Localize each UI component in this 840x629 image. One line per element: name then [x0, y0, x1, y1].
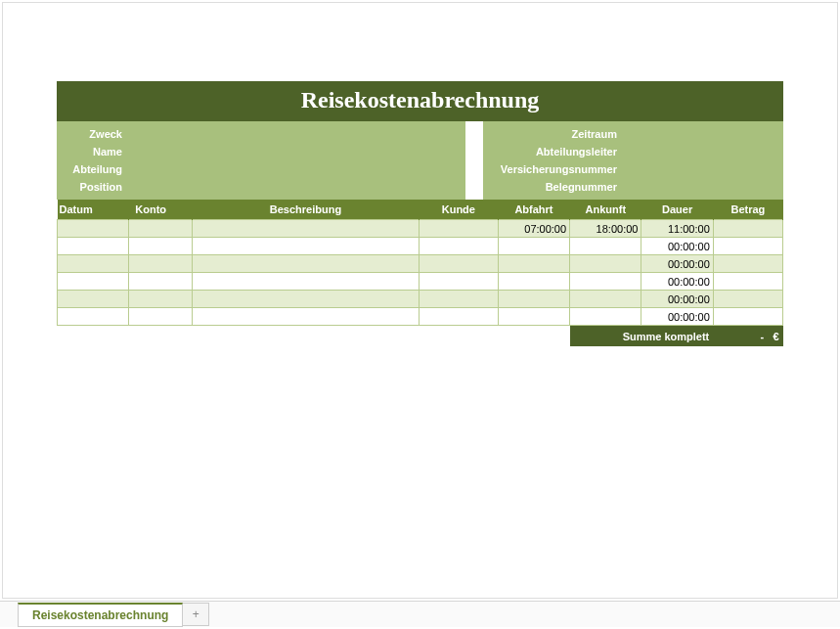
cell-datum[interactable]: [58, 220, 129, 238]
label-zeitraum: Zeitraum: [487, 125, 619, 143]
add-sheet-button[interactable]: +: [183, 603, 209, 626]
cell-konto[interactable]: [129, 273, 193, 291]
label-abteilung: Abteilung: [61, 160, 124, 178]
cell-betrag[interactable]: [713, 273, 782, 291]
cell-beschreibung[interactable]: [193, 291, 420, 308]
cell-betrag[interactable]: [713, 308, 782, 326]
cell-kunde[interactable]: [419, 308, 498, 326]
total-row: Summe komplett - €: [58, 326, 783, 347]
cell-beschreibung[interactable]: [193, 220, 420, 238]
info-left-values[interactable]: [128, 121, 465, 200]
cell-betrag[interactable]: [713, 291, 782, 308]
value-zweck[interactable]: [128, 121, 465, 140]
cell-abfahrt[interactable]: 07:00:00: [498, 220, 569, 238]
info-left-labels: Zweck Name Abteilung Position: [57, 121, 128, 200]
cell-abfahrt[interactable]: [498, 238, 569, 255]
table-header-row: Datum Konto Beschreibung Kunde Abfahrt A…: [58, 200, 783, 220]
cell-konto[interactable]: [129, 238, 193, 255]
cell-konto[interactable]: [129, 255, 193, 273]
cell-dauer[interactable]: 00:00:00: [641, 273, 713, 291]
info-right-labels: Zeitraum Abteilungsleiter Versicherungsn…: [483, 121, 623, 200]
table-row[interactable]: 00:00:00: [58, 255, 783, 273]
cell-dauer[interactable]: 00:00:00: [641, 255, 713, 273]
info-spacer: [465, 121, 483, 200]
cell-ankunft[interactable]: [570, 238, 641, 255]
cell-ankunft[interactable]: [570, 255, 641, 273]
cell-betrag[interactable]: [713, 238, 782, 255]
value-belegnummer[interactable]: [623, 177, 742, 196]
table-row[interactable]: 00:00:00: [58, 273, 783, 291]
label-position: Position: [61, 178, 124, 196]
value-position[interactable]: [128, 177, 465, 196]
label-versicherungsnummer: Versicherungsnummer: [487, 160, 619, 178]
col-datum: Datum: [58, 200, 129, 220]
cell-ankunft[interactable]: 18:00:00: [570, 220, 641, 238]
cell-abfahrt[interactable]: [498, 308, 569, 326]
table-row[interactable]: 07:00:0018:00:0011:00:00: [58, 220, 783, 238]
cell-kunde[interactable]: [419, 255, 498, 273]
cell-dauer[interactable]: 00:00:00: [641, 238, 713, 255]
cell-beschreibung[interactable]: [193, 255, 420, 273]
cell-ankunft[interactable]: [570, 291, 641, 308]
cell-betrag[interactable]: [713, 220, 782, 238]
value-abteilungsleiter[interactable]: [623, 140, 742, 158]
col-beschreibung: Beschreibung: [193, 200, 420, 220]
cell-abfahrt[interactable]: [498, 291, 569, 308]
cell-abfahrt[interactable]: [498, 273, 569, 291]
cell-konto[interactable]: [129, 291, 193, 308]
cell-datum[interactable]: [58, 291, 129, 308]
cell-beschreibung[interactable]: [193, 273, 420, 291]
cell-dauer[interactable]: 00:00:00: [641, 291, 713, 308]
col-ankunft: Ankunft: [570, 200, 641, 220]
cell-datum[interactable]: [58, 273, 129, 291]
cell-kunde[interactable]: [419, 220, 498, 238]
label-name: Name: [61, 143, 124, 160]
cell-beschreibung[interactable]: [193, 238, 420, 255]
total-label: Summe komplett: [570, 326, 714, 347]
value-name[interactable]: [128, 140, 465, 158]
table-row[interactable]: 00:00:00: [58, 238, 783, 255]
info-right-values[interactable]: [623, 121, 742, 200]
value-versicherungsnummer[interactable]: [623, 158, 742, 177]
cell-datum[interactable]: [58, 238, 129, 255]
info-section: Zweck Name Abteilung Position: [57, 121, 783, 200]
table-row[interactable]: 00:00:00: [58, 291, 783, 308]
col-abfahrt: Abfahrt: [498, 200, 569, 220]
sheet-tab-bar: Reisekostenabrechnung +: [0, 601, 840, 627]
cell-kunde[interactable]: [419, 238, 498, 255]
col-dauer: Dauer: [641, 200, 713, 220]
value-abteilung[interactable]: [128, 158, 465, 177]
cell-konto[interactable]: [129, 308, 193, 326]
label-abteilungsleiter: Abteilungsleiter: [487, 143, 619, 160]
cell-datum[interactable]: [58, 255, 129, 273]
cell-beschreibung[interactable]: [193, 308, 420, 326]
cell-ankunft[interactable]: [570, 273, 641, 291]
col-kunde: Kunde: [419, 200, 498, 220]
expense-table[interactable]: Datum Konto Beschreibung Kunde Abfahrt A…: [57, 200, 783, 346]
cell-kunde[interactable]: [419, 291, 498, 308]
cell-dauer[interactable]: 11:00:00: [641, 220, 713, 238]
sheet-tab-active[interactable]: Reisekostenabrechnung: [18, 603, 183, 627]
table-row[interactable]: 00:00:00: [58, 308, 783, 326]
total-value: - €: [713, 326, 782, 347]
cell-kunde[interactable]: [419, 273, 498, 291]
cell-dauer[interactable]: 00:00:00: [641, 308, 713, 326]
value-zeitraum[interactable]: [623, 121, 742, 140]
label-zweck: Zweck: [61, 125, 124, 143]
cell-betrag[interactable]: [713, 255, 782, 273]
report-title: Reisekostenabrechnung: [57, 81, 783, 121]
col-konto: Konto: [129, 200, 193, 220]
cell-ankunft[interactable]: [570, 308, 641, 326]
label-belegnummer: Belegnummer: [487, 178, 619, 196]
cell-abfahrt[interactable]: [498, 255, 569, 273]
spreadsheet-canvas: Reisekostenabrechnung Zweck Name Abteilu…: [2, 2, 838, 599]
col-betrag: Betrag: [713, 200, 782, 220]
cell-konto[interactable]: [129, 220, 193, 238]
cell-datum[interactable]: [58, 308, 129, 326]
